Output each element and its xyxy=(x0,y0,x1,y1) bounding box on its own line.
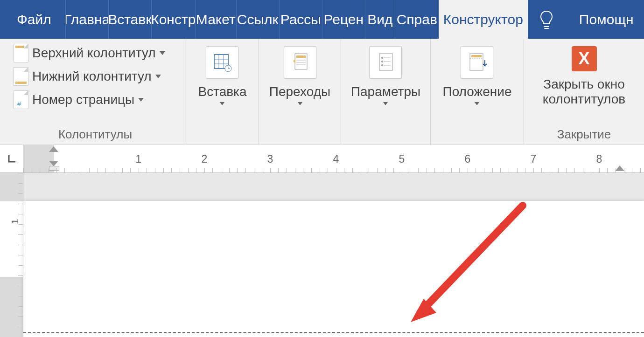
header-boundary-line xyxy=(23,332,644,333)
tab-help[interactable]: Помощн xyxy=(568,0,642,39)
first-line-indent-icon[interactable] xyxy=(49,146,58,152)
button-position[interactable]: Положение xyxy=(441,44,514,105)
left-indent-icon[interactable] xyxy=(49,166,59,171)
tab-references[interactable]: Ссылк xyxy=(236,0,279,39)
ruler-number: 2 xyxy=(202,153,208,165)
right-indent-icon[interactable] xyxy=(615,165,624,171)
vertical-ruler[interactable]: 1 xyxy=(0,173,23,337)
svg-point-18 xyxy=(381,64,383,66)
button-close-header-footer[interactable]: X Закрыть окно колонтитулов xyxy=(531,44,637,107)
button-header-label: Верхний колонтитул xyxy=(32,46,156,61)
annotation-arrow-icon xyxy=(411,206,551,337)
navigation-icon xyxy=(284,46,316,79)
tab-home[interactable]: Главна xyxy=(65,0,108,39)
svg-point-16 xyxy=(381,61,383,62)
tell-me[interactable] xyxy=(528,0,568,39)
tab-layout[interactable]: Макет xyxy=(195,0,236,39)
tab-mailings[interactable]: Рассы xyxy=(279,0,322,39)
button-position-label: Положение xyxy=(443,79,512,99)
page-number-icon xyxy=(14,90,28,109)
ruler-number: 3 xyxy=(267,153,273,165)
ruler-number: 7 xyxy=(531,153,537,165)
document-area: 1 xyxy=(0,173,644,337)
button-page-number-label: Номер страницы xyxy=(32,92,134,107)
svg-rect-9 xyxy=(296,55,306,58)
tab-help-short[interactable]: Справ xyxy=(395,0,439,39)
ribbon: Верхний колонтитул Нижний колонтитул Ном… xyxy=(0,39,644,145)
chevron-down-icon xyxy=(383,102,388,105)
svg-rect-13 xyxy=(379,54,392,70)
insert-icon xyxy=(206,46,238,79)
button-footer[interactable]: Нижний колонтитул xyxy=(10,65,180,88)
button-navigation-label: Переходы xyxy=(269,79,330,99)
button-page-number[interactable]: Номер страницы xyxy=(10,88,180,111)
button-close-label: Закрыть окно колонтитулов xyxy=(533,71,636,107)
group-options: Параметры xyxy=(341,39,430,144)
tab-review[interactable]: Рецен xyxy=(322,0,365,39)
chevron-down-icon xyxy=(138,98,144,102)
horizontal-ruler[interactable]: 12345678 xyxy=(23,145,644,173)
group-label-header-footer: Колонтитулы xyxy=(10,125,180,144)
group-navigation: Переходы xyxy=(259,39,341,144)
tabstop-icon xyxy=(6,153,17,165)
group-label-close: Закрытие xyxy=(557,125,611,144)
options-icon xyxy=(369,46,402,79)
close-icon: X xyxy=(572,46,597,71)
chevron-down-icon xyxy=(298,102,302,105)
chevron-down-icon xyxy=(160,51,165,55)
tab-file[interactable]: Файл xyxy=(0,0,65,39)
document-canvas xyxy=(23,173,644,337)
ruler-number: 1 xyxy=(136,153,142,165)
ruler-number: 6 xyxy=(465,153,471,165)
svg-rect-21 xyxy=(471,55,482,57)
button-footer-label: Нижний колонтитул xyxy=(32,69,152,84)
lightbulb-icon xyxy=(536,9,557,30)
group-position: Положение xyxy=(430,39,524,144)
button-header[interactable]: Верхний колонтитул xyxy=(10,41,180,65)
header-icon xyxy=(14,44,28,62)
chevron-down-icon xyxy=(220,102,224,105)
footer-icon xyxy=(14,67,28,86)
button-options-label: Параметры xyxy=(351,79,420,99)
tab-design-short[interactable]: Констр xyxy=(151,0,195,39)
ruler-number: 5 xyxy=(399,153,405,165)
tab-designer[interactable]: Конструктор xyxy=(439,0,528,39)
ribbon-tabstrip: Файл Главна Вставк Констр Макет Ссылк Ра… xyxy=(0,0,644,39)
page[interactable] xyxy=(23,201,644,337)
chevron-down-icon xyxy=(155,75,161,78)
button-options[interactable]: Параметры xyxy=(349,44,422,105)
tab-view[interactable]: Вид xyxy=(365,0,395,39)
svg-point-14 xyxy=(381,57,383,59)
button-insert-label: Вставка xyxy=(198,79,246,99)
button-navigation[interactable]: Переходы xyxy=(267,44,332,105)
button-insert[interactable]: Вставка xyxy=(196,44,248,105)
svg-line-23 xyxy=(420,206,523,313)
chevron-down-icon xyxy=(475,102,479,105)
group-header-footer: Верхний колонтитул Нижний колонтитул Ном… xyxy=(0,39,186,144)
tab-insert[interactable]: Вставк xyxy=(108,0,151,39)
group-close: X Закрыть окно колонтитулов Закрытие xyxy=(524,39,644,144)
ruler-number: 8 xyxy=(596,153,602,165)
ruler-number: 4 xyxy=(333,153,339,165)
position-icon xyxy=(461,46,493,79)
group-insert: Вставка xyxy=(186,39,259,144)
vruler-number: 1 xyxy=(9,219,21,224)
tab-selector[interactable] xyxy=(0,145,23,173)
